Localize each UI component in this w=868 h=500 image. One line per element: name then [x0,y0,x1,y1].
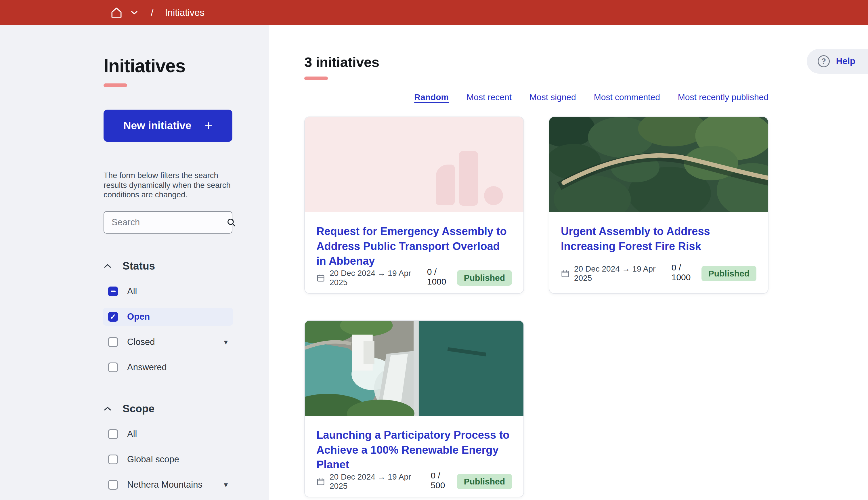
dam-aerial-photo [305,321,523,416]
initiative-card[interactable]: Launching a Participatory Process to Ach… [304,320,524,497]
signature-count: 0 / 1000 [672,263,702,282]
dropdown-caret-icon[interactable]: ▾ [224,480,228,489]
question-mark-icon: ? [818,55,830,67]
checkbox-indeterminate-icon[interactable] [108,286,118,296]
page-title: Initiatives [104,55,232,77]
placeholder-bar-icon [436,164,455,205]
checkbox-unchecked-icon[interactable] [108,337,118,347]
calendar-icon [316,477,325,486]
filter-section-scope[interactable]: Scope [104,403,232,415]
card-body: Urgent Assembly to Address Increasing Fo… [549,212,768,293]
checkbox-checked-icon[interactable] [108,312,118,322]
breadcrumb-separator: / [151,7,153,19]
initiative-dates: 20 Dec 2024 → 19 Apr 2025 [574,264,672,283]
filter-section-title: Scope [123,403,154,415]
initiative-card[interactable]: Urgent Assembly to Address Increasing Fo… [549,116,768,294]
filter-option-label: Global scope [127,454,179,465]
filter-section-status[interactable]: Status [104,260,232,272]
card-meta: 20 Dec 2024 → 19 Apr 2025 0 / 500 Publis… [316,473,512,491]
filter-option-label: Open [127,311,150,322]
chevron-up-icon [104,406,112,411]
sort-option-most-recent[interactable]: Most recent [466,92,512,102]
filter-option-label: All [127,429,137,439]
signature-count: 0 / 500 [430,471,457,490]
status-badge: Published [457,270,512,286]
plus-icon: + [205,119,212,133]
sort-options-row: Random Most recent Most signed Most comm… [304,92,768,102]
filter-option-label: Answered [127,362,167,373]
search-icon[interactable] [226,217,236,227]
checkbox-unchecked-icon[interactable] [108,429,118,439]
chevron-down-icon[interactable] [130,10,138,15]
filter-option-scope-nethera-mountains[interactable]: Nethera Mountains ▾ [103,476,233,494]
filter-option-label: All [127,286,137,297]
filter-option-status-open[interactable]: Open [103,308,233,326]
card-body: Request for Emergency Assembly to Addres… [305,212,523,294]
checkbox-unchecked-icon[interactable] [108,480,118,490]
sort-option-most-signed[interactable]: Most signed [530,92,576,102]
calendar-icon [316,274,325,282]
signature-count: 0 / 1000 [427,267,457,286]
filters-sidebar: Initiatives New initiative + The form be… [0,25,269,500]
filter-option-label: Nethera Mountains [127,480,202,490]
top-navigation-bar: / Initiatives [0,0,868,25]
initiative-card-title[interactable]: Launching a Participatory Process to Ach… [316,428,512,473]
forest-aerial-photo [549,117,768,212]
heading-underline [304,77,328,80]
sort-option-random[interactable]: Random [414,92,449,102]
new-initiative-button[interactable]: New initiative + [104,110,232,142]
filter-section-title: Status [123,260,155,272]
initiative-card-title[interactable]: Request for Emergency Assembly to Addres… [316,224,512,269]
dropdown-caret-icon[interactable]: ▾ [224,338,228,346]
card-meta: 20 Dec 2024 → 19 Apr 2025 0 / 1000 Publi… [316,269,512,287]
card-meta: 20 Dec 2024 → 19 Apr 2025 0 / 1000 Publi… [561,264,756,283]
filter-option-status-answered[interactable]: Answered [103,359,233,376]
help-button[interactable]: ? Help [807,49,868,73]
chevron-up-icon [104,263,112,269]
filter-option-scope-all[interactable]: All [103,425,233,443]
initiatives-grid: Request for Emergency Assembly to Addres… [304,116,768,497]
checkbox-unchecked-icon[interactable] [108,455,118,464]
title-underline [104,83,127,87]
page-layout: Initiatives New initiative + The form be… [0,25,868,500]
sort-option-most-commented[interactable]: Most commented [594,92,660,102]
initiative-dates: 20 Dec 2024 → 19 Apr 2025 [329,473,430,491]
filter-description: The form below filters the search result… [104,171,233,200]
status-badge: Published [457,474,512,489]
filter-option-status-all[interactable]: All [103,283,233,300]
initiative-dates: 20 Dec 2024 → 19 Apr 2025 [329,269,427,287]
checkbox-unchecked-icon[interactable] [108,363,118,372]
status-badge: Published [702,266,756,281]
sort-option-most-recently-published[interactable]: Most recently published [678,92,768,102]
search-box [104,211,232,234]
breadcrumb: / Initiatives [111,7,205,19]
placeholder-dot-icon [484,186,503,205]
calendar-icon [561,269,569,278]
search-input[interactable] [112,217,226,228]
help-label: Help [836,56,855,67]
filter-option-status-closed[interactable]: Closed ▾ [103,333,233,351]
filter-option-scope-global[interactable]: Global scope [103,451,233,468]
breadcrumb-current[interactable]: Initiatives [165,7,205,18]
placeholder-bar-chart-image [305,117,523,212]
card-body: Launching a Participatory Process to Ach… [305,416,523,497]
main-content: ? Help 3 initiatives Random Most recent … [269,25,868,500]
new-initiative-label: New initiative [123,120,191,132]
results-area: 3 initiatives Random Most recent Most si… [304,54,768,497]
placeholder-bar-icon [459,151,478,206]
home-icon[interactable] [111,7,123,19]
results-count-heading: 3 initiatives [304,54,768,70]
initiative-card-title[interactable]: Urgent Assembly to Address Increasing Fo… [561,224,756,254]
initiative-card[interactable]: Request for Emergency Assembly to Addres… [304,116,524,294]
filter-option-label: Closed [127,337,155,347]
